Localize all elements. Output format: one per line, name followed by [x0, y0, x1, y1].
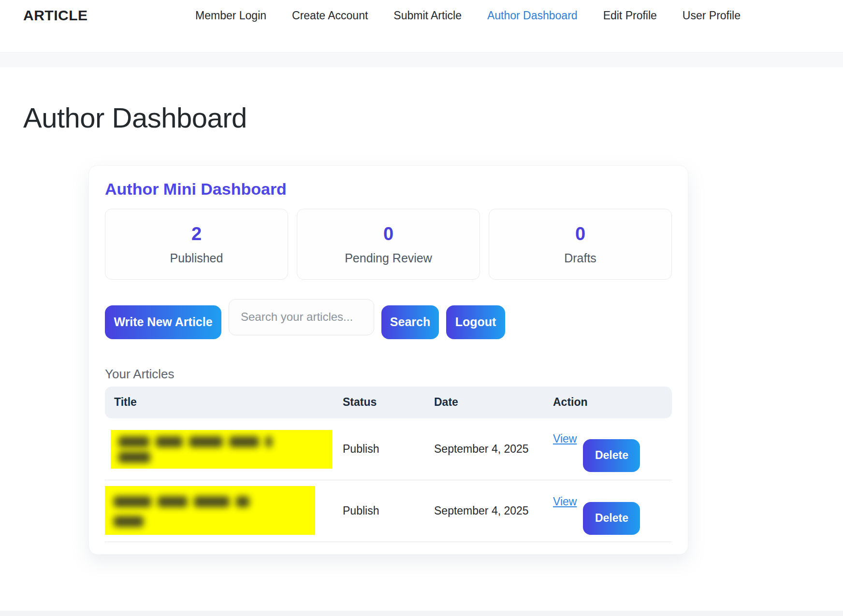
stat-card-published: 2 Published [105, 209, 288, 280]
view-link[interactable]: View [553, 432, 577, 445]
article-status: Publish [343, 418, 434, 480]
panel-title: Author Mini Dashboard [105, 179, 672, 199]
row-divider [105, 542, 672, 542]
nav-item-submit-article[interactable]: Submit Article [393, 7, 462, 24]
nav-item-edit-profile[interactable]: Edit Profile [603, 7, 657, 24]
articles-table: Title Status Date Action Publish Septemb… [105, 387, 672, 542]
article-status: Publish [343, 480, 434, 542]
brand-logo: ARTICLE [23, 7, 88, 24]
author-mini-dashboard-card: Author Mini Dashboard 2 Published 0 Pend… [88, 165, 688, 555]
actions-row: Write New Article Search Logout [105, 299, 672, 339]
table-row: Publish September 4, 2025 View Delete [105, 480, 672, 542]
redacted-highlight-block [105, 486, 315, 535]
search-button[interactable]: Search [381, 305, 439, 339]
column-header-action: Action [553, 396, 672, 409]
article-date: September 4, 2025 [434, 418, 553, 480]
delete-button[interactable]: Delete [583, 502, 640, 535]
stat-card-pending-review: 0 Pending Review [297, 209, 480, 280]
stat-value-pending-review: 0 [297, 225, 480, 243]
top-nav: ARTICLE Member Login Create Account Subm… [0, 0, 843, 52]
main-nav: Member Login Create Account Submit Artic… [195, 7, 741, 24]
page-title: Author Dashboard [23, 103, 843, 133]
nav-item-user-profile[interactable]: User Profile [683, 7, 741, 24]
stat-value-published: 2 [105, 225, 288, 243]
article-actions: View Delete [553, 480, 672, 542]
stat-label-drafts: Drafts [489, 251, 671, 265]
column-header-title: Title [105, 396, 343, 409]
write-new-article-button[interactable]: Write New Article [105, 305, 221, 339]
column-header-date: Date [434, 396, 553, 409]
stat-value-drafts: 0 [489, 225, 671, 243]
header-band [0, 52, 843, 68]
delete-button[interactable]: Delete [583, 439, 640, 472]
table-header-row: Title Status Date Action [105, 387, 672, 418]
article-title-redacted [105, 418, 343, 480]
logout-button[interactable]: Logout [446, 305, 505, 339]
stats-row: 2 Published 0 Pending Review 0 Drafts [105, 209, 672, 280]
nav-item-author-dashboard[interactable]: Author Dashboard [487, 7, 578, 24]
article-title-redacted [105, 480, 343, 542]
redacted-highlight-block [111, 430, 332, 469]
stat-card-drafts: 0 Drafts [489, 209, 672, 280]
column-header-status: Status [343, 396, 434, 409]
nav-item-create-account[interactable]: Create Account [292, 7, 368, 24]
your-articles-heading: Your Articles [105, 367, 672, 382]
stat-label-pending-review: Pending Review [297, 251, 480, 265]
article-actions: View Delete [553, 418, 672, 480]
nav-item-member-login[interactable]: Member Login [195, 7, 266, 24]
footer-band [0, 611, 843, 616]
view-link[interactable]: View [553, 495, 577, 508]
table-row: Publish September 4, 2025 View Delete [105, 418, 672, 480]
stat-label-published: Published [105, 251, 288, 265]
article-date: September 4, 2025 [434, 480, 553, 542]
search-input[interactable] [229, 299, 374, 335]
